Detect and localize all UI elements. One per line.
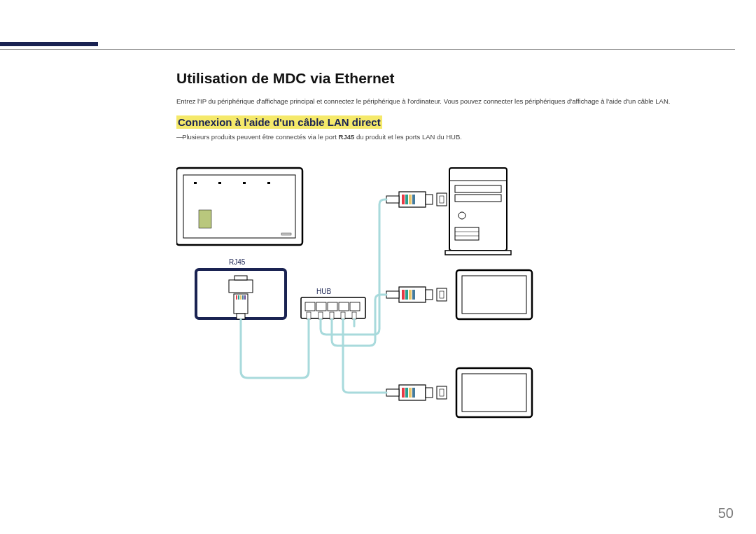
header-accent-bar	[0, 42, 98, 46]
svg-rect-66	[386, 389, 399, 396]
note-suffix: du produit et les ports LAN du HUB.	[354, 133, 462, 141]
page-number: 50	[718, 505, 734, 521]
rj45-label: RJ45	[229, 258, 246, 266]
svg-rect-9	[229, 280, 253, 293]
svg-rect-53	[409, 290, 412, 300]
svg-rect-22	[339, 302, 349, 311]
intro-paragraph: Entrez l'IP du périphérique d'affichage …	[176, 97, 728, 106]
svg-rect-5	[267, 182, 270, 184]
svg-rect-68	[440, 389, 444, 396]
display-device-2	[456, 270, 532, 319]
svg-rect-3	[218, 182, 221, 184]
display-device-3	[456, 368, 532, 417]
rj45-plug-to-display2	[386, 287, 447, 302]
header-rule	[0, 49, 735, 50]
svg-rect-61	[426, 388, 433, 398]
svg-rect-55	[386, 291, 399, 298]
svg-rect-16	[244, 295, 246, 300]
svg-rect-48	[462, 276, 526, 314]
svg-rect-42	[409, 195, 412, 204]
rj45-plug-to-display3	[386, 385, 447, 400]
svg-rect-4	[243, 182, 246, 184]
svg-rect-34	[455, 227, 479, 240]
hub-device	[301, 297, 365, 319]
svg-rect-19	[305, 302, 315, 311]
rj45-plug-to-pc	[386, 192, 447, 207]
svg-rect-2	[194, 182, 197, 184]
svg-rect-31	[455, 185, 501, 192]
section-heading: Utilisation de MDC via Ethernet	[176, 70, 728, 87]
svg-rect-54	[412, 290, 415, 300]
svg-rect-12	[236, 295, 237, 300]
svg-rect-57	[440, 291, 444, 298]
svg-rect-46	[440, 196, 444, 203]
svg-rect-14	[240, 295, 241, 300]
svg-rect-6	[199, 210, 211, 228]
svg-rect-39	[426, 195, 433, 204]
svg-rect-15	[242, 295, 244, 300]
svg-rect-1	[183, 175, 295, 238]
svg-rect-40	[402, 195, 405, 204]
svg-rect-37	[445, 251, 511, 255]
rj45-port-closeup	[196, 269, 286, 319]
svg-point-33	[458, 212, 465, 219]
svg-rect-10	[234, 276, 247, 280]
svg-rect-64	[409, 388, 412, 398]
hub-label: HUB	[316, 288, 331, 295]
svg-rect-52	[405, 290, 408, 300]
svg-rect-50	[426, 290, 433, 300]
svg-rect-59	[462, 374, 526, 412]
svg-rect-65	[412, 388, 415, 398]
note-bold: RJ45	[339, 133, 355, 141]
svg-rect-43	[412, 195, 415, 204]
svg-rect-20	[316, 302, 326, 311]
note-paragraph: Plusieurs produits peuvent être connecté…	[176, 133, 728, 141]
svg-rect-23	[350, 302, 360, 311]
svg-rect-7	[281, 233, 291, 235]
svg-rect-32	[455, 195, 501, 202]
svg-rect-21	[328, 302, 337, 311]
note-prefix: Plusieurs produits peuvent être connecté…	[182, 133, 338, 141]
svg-rect-44	[386, 196, 399, 203]
svg-rect-62	[402, 388, 405, 398]
display-device-main	[176, 168, 302, 245]
sub-heading: Connexion à l'aide d'un câble LAN direct	[176, 115, 382, 129]
computer-tower	[445, 168, 511, 255]
svg-rect-63	[405, 388, 408, 398]
svg-rect-51	[402, 290, 405, 300]
svg-rect-13	[238, 295, 239, 300]
svg-rect-41	[405, 195, 408, 204]
page-content: Utilisation de MDC via Ethernet Entrez l…	[176, 70, 728, 148]
connection-diagram: RJ45 HUB	[176, 161, 568, 458]
